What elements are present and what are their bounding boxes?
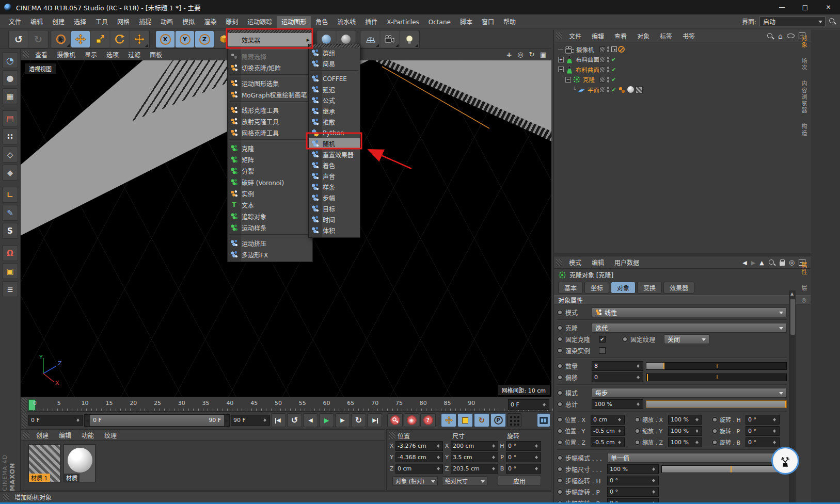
step-size-slider[interactable]	[661, 465, 787, 473]
size-y-field[interactable]: 3.5 cm	[451, 452, 498, 462]
menu-item[interactable]: 线形克隆工具	[228, 104, 312, 116]
vertex-map-tag[interactable]	[618, 86, 626, 93]
submenu-item[interactable]: 继承	[309, 106, 360, 117]
menu-item[interactable]: 克隆	[228, 142, 312, 154]
make-editable-icon[interactable]	[2, 52, 18, 68]
record-keyframe-button[interactable]	[387, 413, 403, 427]
frame-range-slider[interactable]: ◀ 0 F90 F ▶	[84, 414, 230, 427]
object-manager-menu-item[interactable]: 标签	[655, 29, 677, 42]
minimize-button[interactable]: —	[770, 0, 794, 14]
menu-item[interactable]: 隐藏选择	[228, 51, 312, 62]
play-button[interactable]	[319, 413, 334, 427]
toggle-view-icon[interactable]	[539, 51, 547, 59]
keyframe-radio[interactable]	[557, 375, 563, 380]
object-name[interactable]: 克隆	[583, 75, 595, 84]
menu-item[interactable]: 渲染	[199, 16, 221, 28]
menu-item[interactable]: 插件	[360, 16, 382, 28]
attribute-menu-item[interactable]: 模式	[564, 256, 586, 269]
object-row-plane[interactable]: └ 平面	[554, 85, 811, 95]
record-position-toggle[interactable]	[441, 413, 456, 427]
rotate-tool-button[interactable]	[110, 31, 129, 47]
sculpt-icon[interactable]	[2, 223, 18, 239]
size-x-field[interactable]: 200 cm	[451, 441, 498, 451]
fix-clone-checkbox[interactable]	[599, 336, 606, 343]
keyframe-selection-button[interactable]: ?	[420, 413, 436, 427]
keyframe-radio[interactable]	[557, 428, 563, 434]
object-name[interactable]: 摄像机	[576, 45, 594, 54]
menu-item[interactable]: 捕捉	[134, 16, 156, 28]
menu-item[interactable]: 创建	[47, 16, 69, 28]
visibility-dots[interactable]	[607, 86, 610, 93]
keyframe-radio[interactable]	[635, 440, 640, 445]
position-x-field[interactable]: 0 cm	[591, 415, 625, 425]
menu-item[interactable]: X-Particles	[382, 16, 424, 28]
scale-x-field[interactable]: 100 %	[668, 415, 702, 425]
submenu-item[interactable]: 体积	[309, 225, 360, 236]
previous-frame-button[interactable]	[303, 413, 318, 427]
keyframe-radio[interactable]	[635, 417, 640, 422]
menu-item[interactable]: 追踪对象	[228, 210, 312, 222]
position-y-field[interactable]: -4.368 cm	[395, 452, 443, 462]
keyframe-radio[interactable]	[622, 336, 628, 342]
search-icon[interactable]	[767, 32, 774, 40]
pan-view-icon[interactable]	[505, 51, 513, 59]
layer-color-toggle[interactable]	[599, 77, 605, 83]
keyframe-radio[interactable]	[557, 390, 563, 396]
position-y-field[interactable]: -0.5 cm	[591, 426, 625, 436]
rotation-b-field[interactable]: 0 °	[746, 437, 780, 447]
rotation-b-field[interactable]: 0 °	[506, 464, 541, 474]
keyframe-radio[interactable]	[557, 466, 563, 472]
viewport-menu-item[interactable]: 摄像机	[53, 48, 80, 60]
viewport-menu-item[interactable]: 过滤	[124, 48, 145, 60]
close-button[interactable]: ✕	[817, 0, 840, 14]
material-tag[interactable]	[627, 86, 634, 93]
panel-tab[interactable]: 构造	[798, 121, 809, 139]
spinner-icon[interactable]	[76, 416, 81, 424]
attribute-tab[interactable]: 对象	[611, 282, 636, 294]
attribute-menu-item[interactable]: 编辑	[587, 256, 609, 269]
drag-handle[interactable]	[3, 494, 9, 500]
keyframe-radio[interactable]	[557, 417, 563, 422]
menu-item[interactable]: 网格	[113, 16, 134, 28]
submenu-item[interactable]: 声音	[309, 171, 360, 182]
drag-handle[interactable]	[389, 432, 395, 439]
display-tag[interactable]	[636, 86, 643, 93]
menu-item[interactable]: 放射克隆工具	[228, 116, 312, 127]
attribute-tab[interactable]: 基本	[558, 282, 583, 294]
submenu-item[interactable]: 群组	[309, 47, 360, 58]
scale-tool-button[interactable]	[91, 31, 109, 47]
mode-dropdown[interactable]: 线性	[592, 307, 787, 317]
filter-eye-icon[interactable]	[787, 34, 795, 38]
keyframe-radio[interactable]	[635, 428, 640, 434]
menu-item[interactable]: 脚本	[455, 16, 477, 28]
keyframe-radio[interactable]	[557, 363, 563, 369]
visibility-dots[interactable]	[607, 76, 610, 83]
per-step-dropdown[interactable]: 每步	[592, 388, 787, 398]
track-icon[interactable]	[789, 258, 795, 266]
layer-color-toggle[interactable]	[599, 87, 605, 92]
object-name[interactable]: 布料曲面	[576, 55, 599, 63]
object-row-cloth-surface-1[interactable]: 布料曲面.1	[554, 64, 811, 75]
drag-handle[interactable]	[23, 432, 29, 438]
menu-item[interactable]: 模拟	[178, 16, 199, 28]
position-x-field[interactable]: -3.276 cm	[395, 441, 443, 451]
pen-tool-icon[interactable]	[2, 205, 18, 221]
keyframe-radio[interactable]	[557, 310, 563, 315]
submenu-item[interactable]: 着色	[309, 160, 360, 171]
panel-tab[interactable]: 场次	[798, 56, 809, 73]
object-manager-menu-item[interactable]: 文件	[564, 29, 586, 42]
submenu-item[interactable]: 重置效果器	[309, 149, 360, 160]
submenu-item[interactable]: 公式	[309, 95, 360, 106]
visibility-dots[interactable]	[607, 56, 610, 63]
home-icon[interactable]	[778, 32, 783, 40]
object-row-cloner[interactable]: 克隆	[554, 75, 811, 85]
step-mode-dropdown[interactable]: 单一值	[607, 453, 787, 463]
keyframe-radio[interactable]	[557, 401, 563, 407]
enabled-check-icon[interactable]	[611, 56, 616, 63]
menu-item[interactable]: 破碎 (Voronoi)	[228, 176, 312, 188]
search-icon[interactable]	[768, 259, 775, 266]
menu-item[interactable]: 流水线	[332, 16, 360, 28]
attribute-tab[interactable]: 坐标	[584, 282, 609, 294]
keyframe-radio[interactable]	[557, 348, 563, 353]
material-menu-item[interactable]: 纹理	[100, 429, 121, 441]
